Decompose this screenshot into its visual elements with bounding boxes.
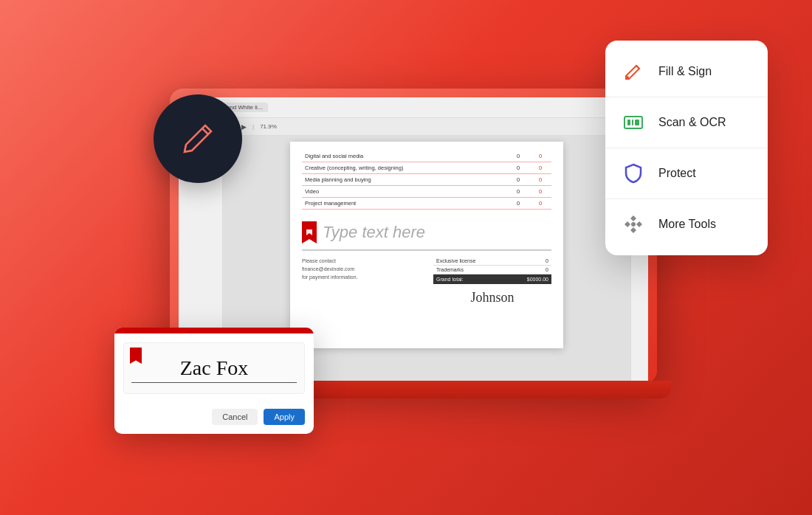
menu-item-protect[interactable]: Protect [605, 151, 768, 196]
apply-button[interactable]: Apply [264, 409, 305, 425]
svg-rect-3 [632, 120, 633, 125]
zoom-level: 71.9% [260, 123, 277, 130]
table-cell-val2: 0 [529, 162, 551, 174]
type-text-placeholder[interactable]: Type text here [323, 223, 425, 242]
totals-row: Trademarks 0 [433, 266, 551, 274]
table-cell-val1: 0 [507, 151, 529, 162]
dropdown-menu-card: Fill & Sign Scan & OCR Protect [605, 41, 768, 255]
totals-label: Exclusive license [433, 257, 507, 266]
table-row: Creative (concepting, writing, designing… [302, 162, 551, 174]
table-cell-val2: 0 [529, 198, 551, 210]
table-cell-label: Digital and social media [302, 151, 507, 162]
document-signature: Johnson [433, 290, 551, 305]
table-cell-val1: 0 [507, 174, 529, 186]
signature-text: Zac Fox [180, 358, 249, 379]
table-cell-val2: 0 [529, 151, 551, 162]
contact-text: Please contact finance@dexinote.com for … [302, 257, 424, 282]
totals-value: 0 [507, 257, 551, 266]
toolbar-separator2: | [252, 123, 254, 130]
sig-body: Zac Fox [114, 333, 314, 403]
scan-ocr-label: Scan & OCR [658, 116, 726, 129]
contact-email: finance@dexinote.com [302, 266, 354, 272]
pen-icon-circle [154, 94, 242, 183]
signature-popup: Zac Fox Cancel Apply [114, 328, 314, 434]
divider-3 [605, 198, 768, 199]
sig-canvas[interactable]: Zac Fox [123, 342, 305, 394]
table-cell-val1: 0 [507, 186, 529, 198]
table-row: Media planning and buying 0 0 [302, 174, 551, 186]
document-page: Digital and social media 0 0 Creative (c… [290, 142, 563, 348]
svg-rect-4 [635, 120, 639, 125]
menu-item-fill-sign[interactable]: Fill & Sign [605, 49, 768, 94]
signature-underline [131, 382, 297, 383]
doc-table: Digital and social media 0 0 Creative (c… [302, 151, 551, 210]
menu-item-scan-ocr[interactable]: Scan & OCR [605, 100, 768, 145]
totals-section: Exclusive license 0 Trademarks 0 Grand t… [433, 257, 551, 305]
table-cell-label: Video [302, 186, 507, 198]
table-cell-label: Project management [302, 198, 507, 210]
table-row: Video 0 0 [302, 186, 551, 198]
totals-value: 0 [507, 266, 551, 274]
type-text-row: Type text here [302, 215, 551, 251]
doc-lower: Please contact finance@dexinote.com for … [302, 257, 551, 305]
scan-ocr-icon [620, 109, 647, 136]
menu-item-more-tools[interactable]: More Tools [605, 202, 768, 246]
grand-total-value: $0000.00 [507, 274, 551, 285]
table-cell-label: Media planning and buying [302, 174, 507, 186]
fill-sign-label: Fill & Sign [658, 65, 712, 78]
page-nav-next[interactable]: ▶ [241, 123, 247, 131]
table-row: Project management 0 0 [302, 198, 551, 210]
table-cell-label: Creative (concepting, writing, designing… [302, 162, 507, 174]
table-cell-val2: 0 [529, 186, 551, 198]
more-tools-icon [620, 211, 647, 238]
grand-total-label: Grand total: [433, 274, 507, 285]
table-cell-val1: 0 [507, 162, 529, 174]
totals-label: Trademarks [433, 266, 507, 274]
cancel-button[interactable]: Cancel [212, 409, 258, 425]
more-tools-label: More Tools [658, 218, 716, 231]
adobe-bookmark-icon [302, 221, 317, 243]
sig-adobe-icon [130, 348, 142, 364]
table-row: Digital and social media 0 0 [302, 151, 551, 162]
table-cell-val2: 0 [529, 174, 551, 186]
contact-info: Please contact finance@dexinote.com for … [302, 257, 424, 305]
totals-table: Exclusive license 0 Trademarks 0 Grand t… [433, 257, 551, 284]
sig-header-bar [114, 328, 314, 333]
protect-icon [620, 160, 647, 187]
pen-edit-icon [179, 120, 217, 158]
svg-point-0 [626, 76, 629, 79]
sig-footer: Cancel Apply [114, 403, 314, 434]
toolbar-second: 🖨 🔍 | ◀ 4 / 18 ▶ | 71.9% ↖ ✋ ✏ [179, 118, 648, 136]
divider-2 [605, 148, 768, 148]
divider-1 [605, 97, 768, 97]
grand-total-row: Grand total: $0000.00 [433, 274, 551, 285]
toolbar-top: Tools Blue and White li... [179, 97, 648, 118]
protect-label: Protect [658, 167, 696, 180]
table-cell-val1: 0 [507, 198, 529, 210]
totals-row: Exclusive license 0 [433, 257, 551, 266]
svg-point-5 [631, 222, 636, 227]
svg-rect-2 [627, 120, 630, 125]
fill-sign-icon [620, 58, 647, 85]
